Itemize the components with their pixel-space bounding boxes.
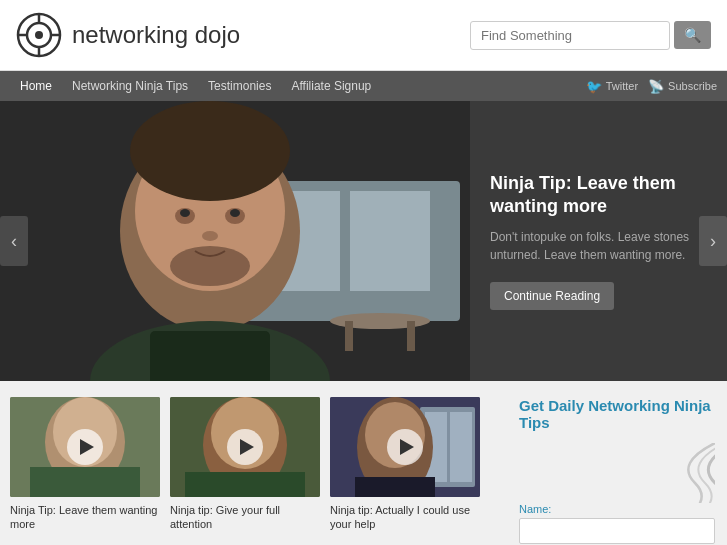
video-card-title-3: Ninja tip: Actually I could use your hel… xyxy=(330,503,480,532)
video-thumbnails: Ninja Tip: Leave them wanting more Ninja… xyxy=(10,397,497,532)
sidebar-decoration xyxy=(519,443,715,503)
subscribe-label: Subscribe xyxy=(668,80,717,92)
svg-point-20 xyxy=(230,209,240,217)
svg-point-19 xyxy=(180,209,190,217)
search-area: 🔍 xyxy=(470,21,711,50)
hero-video xyxy=(0,101,470,381)
search-input[interactable] xyxy=(470,21,670,50)
nav: Home Networking Ninja Tips Testimonies A… xyxy=(0,71,727,101)
svg-point-16 xyxy=(130,101,290,201)
nav-item-ninja-tips[interactable]: Networking Ninja Tips xyxy=(62,73,198,99)
svg-rect-36 xyxy=(450,412,472,482)
content-area: Ninja Tip: Leave them wanting more Ninja… xyxy=(0,381,727,545)
nav-left: Home Networking Ninja Tips Testimonies A… xyxy=(10,73,586,99)
twitter-label: Twitter xyxy=(606,80,638,92)
play-icon-3[interactable] xyxy=(387,429,423,465)
hero-slider: ‹ xyxy=(0,101,727,381)
main-content: Ninja Tip: Leave them wanting more Ninja… xyxy=(0,397,507,545)
nav-item-affiliate[interactable]: Affiliate Signup xyxy=(281,73,381,99)
nav-right: 🐦 Twitter 📡 Subscribe xyxy=(586,79,717,94)
svg-rect-12 xyxy=(345,321,353,351)
hero-title: Ninja Tip: Leave them wanting more xyxy=(490,172,707,219)
search-button[interactable]: 🔍 xyxy=(674,21,711,49)
nav-item-home[interactable]: Home xyxy=(10,73,62,99)
hero-text-panel: Ninja Tip: Leave them wanting more Don't… xyxy=(470,101,727,381)
video-card-2[interactable]: Ninja tip: Give your full attention xyxy=(170,397,320,532)
svg-point-2 xyxy=(35,31,43,39)
video-card-title-2: Ninja tip: Give your full attention xyxy=(170,503,320,532)
nav-item-testimonies[interactable]: Testimonies xyxy=(198,73,281,99)
header: networking dojo 🔍 xyxy=(0,0,727,71)
logo-icon xyxy=(16,12,62,58)
video-card-3[interactable]: Ninja tip: Actually I could use your hel… xyxy=(330,397,480,532)
svg-rect-32 xyxy=(185,472,305,497)
svg-rect-24 xyxy=(150,331,270,381)
twitter-icon: 🐦 xyxy=(586,79,602,94)
svg-rect-10 xyxy=(350,191,430,291)
logo-text: networking dojo xyxy=(72,21,240,49)
play-icon-2[interactable] xyxy=(227,429,263,465)
subscribe-icon: 📡 xyxy=(648,79,664,94)
sidebar-title: Get Daily Networking Ninja Tips xyxy=(519,397,715,431)
video-card-title-1: Ninja Tip: Leave them wanting more xyxy=(10,503,160,532)
slider-prev-button[interactable]: ‹ xyxy=(0,216,28,266)
logo-area: networking dojo xyxy=(16,12,240,58)
nav-subscribe[interactable]: 📡 Subscribe xyxy=(648,79,717,94)
nav-twitter[interactable]: 🐦 Twitter xyxy=(586,79,638,94)
svg-rect-39 xyxy=(355,477,435,497)
hero-description: Don't intopuke on folks. Leave stones un… xyxy=(490,228,707,264)
sidebar: Get Daily Networking Ninja Tips Name: Em… xyxy=(507,397,727,545)
video-thumb-2[interactable] xyxy=(170,397,320,497)
hero-cta-button[interactable]: Continue Reading xyxy=(490,282,614,310)
video-card-1[interactable]: Ninja Tip: Leave them wanting more xyxy=(10,397,160,532)
video-thumb-3[interactable] xyxy=(330,397,480,497)
slider-next-button[interactable]: › xyxy=(699,216,727,266)
hero-video-thumb xyxy=(0,101,470,381)
svg-point-21 xyxy=(202,231,218,241)
svg-point-22 xyxy=(170,246,250,286)
video-thumb-1[interactable] xyxy=(10,397,160,497)
svg-rect-13 xyxy=(407,321,415,351)
name-input[interactable] xyxy=(519,518,715,544)
svg-rect-28 xyxy=(30,467,140,497)
play-icon-1[interactable] xyxy=(67,429,103,465)
name-label: Name: xyxy=(519,503,715,515)
